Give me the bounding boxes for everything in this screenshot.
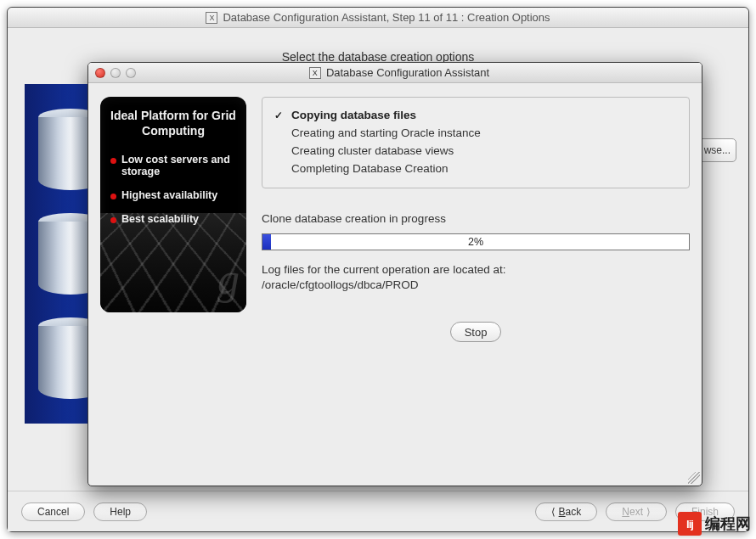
parent-window: X Database Configuration Assistant, Step… (7, 7, 749, 532)
step-row: ✓ Copying database files (274, 106, 677, 124)
stop-button[interactable]: Stop (450, 322, 502, 342)
parent-window-title: Database Configuration Assistant, Step 1… (223, 11, 550, 24)
log-intro: Log files for the current operation are … (262, 262, 690, 278)
steps-box: ✓ Copying database files Creating and st… (262, 97, 690, 188)
step-label: Copying database files (291, 109, 416, 121)
step-row: Creating and starting Oracle instance (274, 124, 677, 142)
promo-item: Best scalability (110, 213, 236, 225)
log-path: /oracle/cfgtoollogs/dbca/PROD (262, 278, 690, 293)
bullet-icon (110, 194, 116, 199)
check-icon: ✓ (274, 109, 285, 121)
step-label: Completing Database Creation (291, 162, 449, 175)
back-mnemonic: B (559, 506, 566, 518)
progress-column: ✓ Copying database files Creating and st… (262, 97, 690, 475)
promo-item: Highest availability (110, 189, 236, 201)
parent-titlebar: X Database Configuration Assistant, Step… (8, 8, 748, 28)
help-button[interactable]: Help (93, 503, 147, 521)
parent-body: Select the database creation options wse… (8, 28, 748, 531)
resize-grip-icon[interactable] (688, 472, 700, 484)
step-row: Completing Database Creation (274, 160, 677, 177)
back-button[interactable]: ⟨ Back (535, 503, 598, 521)
promo-item: Low cost servers and storage (110, 154, 236, 177)
progress-percent: 2% (262, 234, 689, 250)
modal-title: Database Configuration Assistant (326, 66, 489, 79)
step-label: Creating and starting Oracle instance (291, 126, 481, 139)
progress-dialog: X Database Configuration Assistant Ideal… (87, 62, 702, 486)
java-icon: X (206, 12, 217, 24)
java-icon: X (309, 67, 321, 79)
promo-item-label: Best scalability (121, 213, 199, 225)
next-label: ext (629, 506, 643, 518)
status-label: Clone database creation in progress (262, 212, 690, 225)
step-row: Creating cluster database views (274, 142, 677, 160)
watermark-badge: lij (678, 512, 702, 536)
promo-item-label: Highest availability (121, 189, 217, 201)
modal-titlebar[interactable]: X Database Configuration Assistant (88, 63, 702, 83)
next-button: Next ⟩ (606, 503, 667, 521)
back-label: ack (566, 506, 582, 518)
promo-item-label: Low cost servers and storage (121, 154, 236, 177)
wizard-nav-bar: Cancel Help ⟨ Back Next ⟩ Finish (8, 491, 748, 531)
step-label: Creating cluster database views (291, 144, 454, 157)
progress-bar: 2% (262, 233, 690, 250)
watermark-text: 编程网 (705, 514, 751, 534)
site-watermark: lij 编程网 (678, 512, 751, 536)
chevron-right-icon: ⟩ (646, 506, 651, 518)
bullet-icon (110, 158, 116, 164)
cancel-button[interactable]: Cancel (21, 503, 85, 521)
chevron-left-icon: ⟨ (551, 506, 556, 518)
bullet-icon (110, 217, 116, 223)
log-location: Log files for the current operation are … (262, 262, 690, 293)
promo-heading: Ideal Platform for Grid Computing (110, 109, 236, 138)
promo-glyph: g (217, 254, 240, 304)
next-mnemonic: N (622, 506, 629, 518)
modal-body: Ideal Platform for Grid Computing Low co… (88, 83, 702, 486)
promo-card: Ideal Platform for Grid Computing Low co… (100, 97, 246, 312)
